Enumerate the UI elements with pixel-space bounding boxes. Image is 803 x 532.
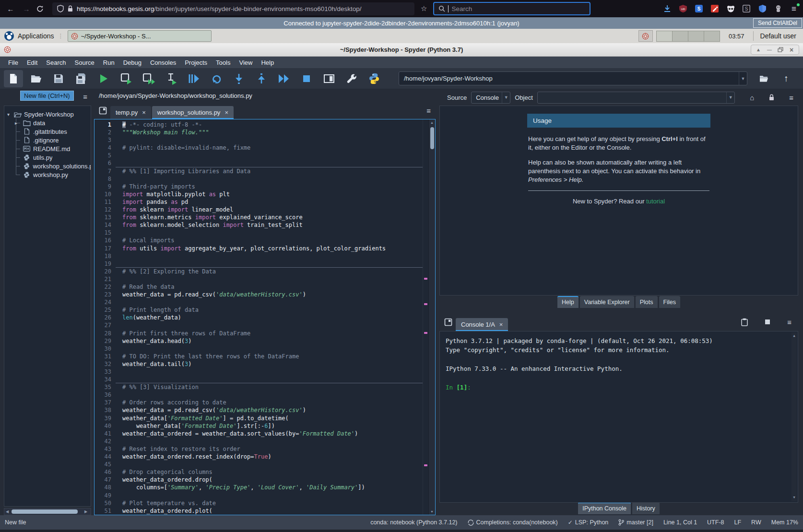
debug-file-button[interactable] — [184, 70, 203, 87]
console-tab[interactable]: Console 1/A × — [456, 318, 508, 331]
menu-source[interactable]: Source — [71, 58, 99, 68]
save-button[interactable] — [49, 70, 68, 87]
pane-tab-files[interactable]: Files — [659, 296, 680, 308]
pythonpath-manager-button[interactable] — [365, 70, 384, 87]
code-editor[interactable]: 1234567891011121314151617181920212223242… — [94, 119, 436, 515]
todo-flag[interactable] — [424, 303, 427, 305]
back-icon[interactable]: ← — [5, 5, 16, 13]
tree-item-spyder-workshop[interactable]: ▾Spyder-Workshop — [4, 110, 91, 118]
browse-tabs-icon[interactable] — [441, 315, 455, 329]
interrupt-kernel-icon[interactable] — [765, 319, 770, 324]
run-cell-advance-button[interactable] — [139, 70, 158, 87]
useragent-switcher-icon[interactable] — [774, 4, 782, 13]
maximize-pane-button[interactable] — [319, 70, 339, 87]
workspace-2[interactable] — [672, 31, 688, 42]
bookmark-star-icon[interactable]: ☆ — [419, 4, 429, 13]
tampermonkey-icon[interactable] — [726, 4, 735, 13]
url-bar[interactable]: https://notebooks.gesis.org/binder/jupyt… — [52, 2, 414, 15]
new-file-button[interactable] — [4, 70, 23, 87]
help-options-icon[interactable]: ≡ — [789, 94, 793, 102]
scroll-down-icon[interactable]: ▼ — [791, 495, 797, 500]
pane-tab-variable-explorer[interactable]: Variable Explorer — [580, 296, 634, 308]
continue-button[interactable] — [274, 70, 294, 87]
tree-item-workshop-solutions-p[interactable]: workshop_solutions.p — [4, 162, 91, 170]
todo-flag[interactable] — [424, 332, 427, 334]
send-ctrlaltdel-button[interactable]: Send CtrlAltDel — [753, 18, 802, 28]
session-extension-icon[interactable]: S — [695, 4, 703, 13]
menu-view[interactable]: View — [235, 58, 257, 68]
scrollbar-thumb[interactable] — [430, 127, 434, 149]
editor-options-icon[interactable]: ≡ — [426, 106, 431, 115]
help-source-combo[interactable]: Console ▼ — [471, 92, 510, 104]
workspace-1[interactable] — [656, 31, 673, 42]
bitwarden-shield-icon[interactable] — [758, 4, 767, 13]
close-tab-icon[interactable]: × — [224, 109, 228, 116]
todo-flag[interactable] — [424, 278, 427, 280]
scroll-down-icon[interactable]: ▼ — [429, 510, 435, 513]
editor-tab-workshop_solutions.py[interactable]: workshop_solutions.py× — [152, 106, 234, 119]
systray-spyder-icon[interactable] — [638, 30, 653, 42]
console-scrollbar[interactable]: ▲ ▼ — [791, 332, 797, 501]
minimize-window-icon[interactable]: — — [765, 46, 774, 54]
app-menu-icon[interactable]: ≡ — [790, 4, 798, 13]
pane-tab-history[interactable]: History — [632, 502, 660, 514]
shade-window-icon[interactable]: ▲ — [754, 46, 763, 54]
editor-tab-temp.py[interactable]: temp.py× — [110, 106, 151, 119]
horizontal-scrollbar[interactable]: ◀ ▶ — [4, 508, 91, 515]
tutorial-link[interactable]: tutorial — [646, 198, 665, 205]
workspace-4[interactable] — [704, 31, 720, 42]
tracking-shield-icon[interactable] — [57, 5, 64, 12]
run-cell-button[interactable] — [117, 70, 136, 87]
scroll-right-icon[interactable]: ▶ — [84, 509, 89, 514]
pen-extension-icon[interactable] — [710, 4, 719, 13]
ublock-origin-icon[interactable]: UD — [679, 4, 687, 13]
menu-run[interactable]: Run — [99, 58, 119, 68]
menu-file[interactable]: File — [4, 58, 23, 68]
tree-item--gitattributes[interactable]: .gitattributes — [4, 127, 91, 136]
chevron-down-icon[interactable]: ▾ — [7, 112, 13, 117]
pane-tab-help[interactable]: Help — [557, 296, 579, 308]
browse-directory-button[interactable] — [754, 70, 773, 87]
run-selection-button[interactable] — [162, 70, 181, 87]
console-options-icon[interactable]: ≡ — [787, 318, 791, 326]
editor-vertical-scrollbar[interactable]: ▲ ▼ — [428, 119, 435, 515]
home-icon[interactable]: ⌂ — [750, 94, 754, 102]
menu-debug[interactable]: Debug — [119, 58, 146, 68]
stylus-icon[interactable]: S — [742, 4, 751, 13]
open-file-button[interactable] — [26, 70, 46, 87]
chevron-down-icon[interactable]: ▼ — [739, 72, 747, 85]
pane-splitter[interactable] — [438, 309, 799, 313]
close-tab-icon[interactable]: × — [499, 321, 503, 328]
download-icon[interactable] — [663, 4, 672, 13]
menu-projects[interactable]: Projects — [180, 58, 212, 68]
close-window-icon[interactable]: × — [787, 46, 796, 54]
menu-edit[interactable]: Edit — [23, 58, 42, 68]
help-object-combo[interactable]: ▼ — [537, 92, 735, 104]
scrollbar-thumb[interactable] — [12, 509, 78, 514]
lock-icon[interactable] — [68, 5, 73, 12]
console-output[interactable]: Python 3.7.12 | packaged by conda-forge … — [439, 331, 798, 503]
workspace-3[interactable] — [688, 31, 704, 42]
tree-item--gitignore[interactable]: .gitignore — [4, 136, 91, 144]
applications-menu[interactable]: Applications — [4, 31, 54, 41]
stop-button[interactable] — [297, 70, 316, 87]
chevron-right-icon[interactable]: ▸ — [15, 120, 17, 126]
clipboard-icon[interactable] — [741, 318, 748, 326]
pane-options-icon[interactable]: ≡ — [83, 93, 87, 101]
browse-tabs-icon[interactable] — [96, 104, 109, 117]
menu-consoles[interactable]: Consoles — [146, 58, 180, 68]
working-directory-combo[interactable]: /home/jovyan/Spyder-Workshop ▼ — [399, 71, 747, 85]
step-return-button[interactable] — [252, 70, 271, 87]
preferences-button[interactable] — [342, 70, 361, 87]
search-input[interactable]: Search — [433, 2, 590, 15]
pane-tab-ipython-console[interactable]: IPython Console — [578, 502, 631, 514]
tree-item-workshop-py[interactable]: workshop.py — [4, 170, 91, 179]
forward-icon[interactable]: → — [21, 5, 32, 13]
menu-search[interactable]: Search — [42, 58, 70, 68]
scroll-up-icon[interactable]: ▲ — [429, 121, 435, 124]
menu-help[interactable]: Help — [257, 58, 278, 68]
tree-item-data[interactable]: ▸data — [4, 118, 91, 127]
lock-icon[interactable] — [769, 94, 774, 101]
step-into-button[interactable] — [229, 70, 248, 87]
taskbar-window-button[interactable]: ~/Spyder-Workshop - S... — [68, 30, 212, 42]
